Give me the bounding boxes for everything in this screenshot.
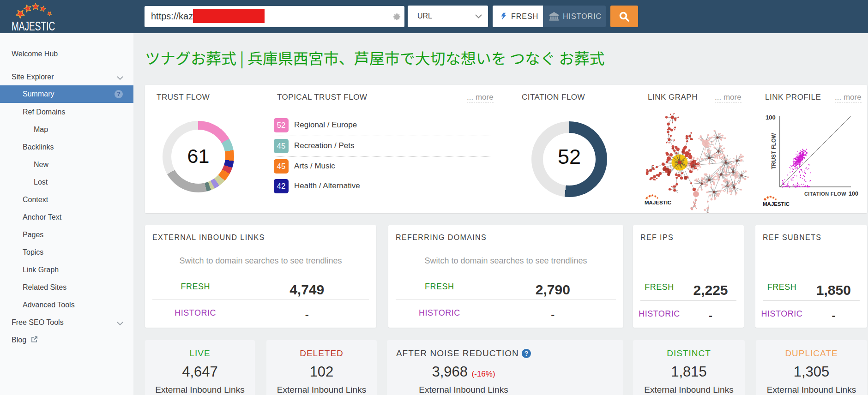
svg-text:MAJESTIC: MAJESTIC — [645, 200, 671, 205]
svg-text:MAJESTIC: MAJESTIC — [763, 201, 790, 207]
svg-text:CITATION FLOW: CITATION FLOW — [804, 191, 846, 197]
svg-text:100: 100 — [849, 191, 858, 197]
svg-text:100: 100 — [766, 114, 776, 121]
svg-text:TRUST FLOW: TRUST FLOW — [771, 133, 777, 169]
